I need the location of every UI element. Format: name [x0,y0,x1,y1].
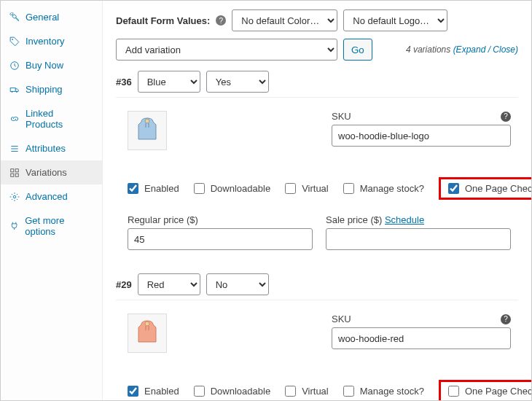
downloadable-checkbox[interactable]: Downloadable [191,181,270,196]
sku-label: SKU [332,314,351,324]
sidebar-label: Inventory [26,36,64,47]
hoodie-icon [133,319,162,348]
sku-input[interactable] [332,327,511,349]
enabled-checkbox[interactable]: Enabled [125,181,179,196]
default-form-values-bar: Default Form Values: ? No default Color…… [116,9,518,31]
svg-point-9 [13,195,16,198]
help-icon[interactable]: ? [216,15,226,26]
help-icon[interactable]: ? [501,112,511,122]
sidebar-label: Get more options [25,215,93,237]
svg-point-10 [145,119,149,123]
sidebar-item-general[interactable]: General [1,5,102,29]
sidebar-item-buy-now[interactable]: Buy Now [1,53,102,77]
variation-image[interactable] [128,111,167,150]
link-icon [9,114,20,124]
regular-price-label: Regular price ($) [128,214,313,225]
sidebar-label: Shipping [26,84,63,95]
sidebar-item-attributes[interactable]: Attributes [1,136,102,160]
sidebar-item-linked-products[interactable]: Linked Products [1,101,102,136]
svg-rect-5 [11,168,14,171]
virtual-checkbox[interactable]: Virtual [282,384,329,399]
sidebar-item-variations[interactable]: Variations [1,160,102,184]
svg-rect-6 [15,168,18,171]
product-data-sidebar: General Inventory Buy Now Shipping Linke… [1,1,103,400]
sidebar-label: Linked Products [26,108,93,130]
plugin-icon [9,221,19,231]
manage-stock-checkbox[interactable]: Manage stock? [340,181,424,196]
svg-rect-2 [10,87,15,91]
variation-body: SKU ? Enabled Downloadable Virtual Manag… [116,300,518,400]
sidebar-label: Variations [26,167,67,178]
schedule-link[interactable]: Schedule [385,214,424,225]
clock-icon [9,61,20,71]
hoodie-icon [133,116,162,145]
variation-attr-logo-select[interactable]: Yes [206,71,269,93]
variation-attr-color-select[interactable]: Red [138,273,200,295]
variation-checkbox-row: Enabled Downloadable Virtual Manage stoc… [125,380,511,400]
variation-id: #36 [116,77,132,87]
enabled-checkbox[interactable]: Enabled [125,384,179,399]
svg-rect-7 [11,174,14,176]
variation-attr-color-select[interactable]: Blue [138,71,200,93]
manage-stock-checkbox[interactable]: Manage stock? [340,384,424,399]
svg-point-11 [145,322,149,326]
variation-attr-logo-select[interactable]: No [206,273,269,295]
add-variation-row: Add variation Go 4 variations (Expand / … [116,39,518,61]
sidebar-item-get-more-options[interactable]: Get more options [1,209,102,244]
sidebar-item-inventory[interactable]: Inventory [1,29,102,53]
sidebar-item-shipping[interactable]: Shipping [1,77,102,101]
svg-point-4 [16,91,17,93]
one-page-checkout-checkbox[interactable]: One Page Checkout: [445,181,531,196]
default-logo-select[interactable]: No default Logo… [343,9,447,31]
variation-header[interactable]: #36 Blue Yes [116,71,518,93]
sku-label: SKU [332,111,351,122]
grid-icon [9,168,20,178]
variation-count-info: 4 variations (Expand / Close) [406,44,518,55]
sidebar-item-advanced[interactable]: Advanced [1,184,102,209]
svg-rect-8 [15,174,18,176]
virtual-checkbox[interactable]: Virtual [282,181,329,196]
gear-icon [9,192,20,202]
default-color-select[interactable]: No default Color… [232,9,337,31]
sidebar-label: Advanced [26,191,68,202]
go-button[interactable]: Go [343,39,372,61]
sidebar-label: Buy Now [26,60,63,71]
variation-image[interactable] [128,314,167,353]
variation-checkbox-row: Enabled Downloadable Virtual Manage stoc… [125,177,511,200]
svg-point-3 [12,91,13,93]
list-icon [9,144,20,154]
variation-header[interactable]: #29 Red No [116,273,518,295]
one-page-checkout-highlight: One Page Checkout: [439,177,531,200]
help-icon[interactable]: ? [501,314,511,324]
sale-price-input[interactable] [326,228,511,250]
regular-price-input[interactable] [128,228,313,250]
one-page-checkout-checkbox[interactable]: One Page Checkout: [445,384,531,399]
expand-close-link[interactable]: (Expand / Close) [453,44,518,55]
add-variation-select[interactable]: Add variation [116,39,337,61]
svg-point-0 [12,39,13,40]
tag-icon [9,36,20,47]
default-form-values-label: Default Form Values: [116,15,210,26]
variation-id: #29 [116,279,132,290]
sale-price-label: Sale price ($) Schedule [326,214,511,225]
main-panel: Default Form Values: ? No default Color…… [103,1,531,400]
sidebar-label: Attributes [26,143,66,154]
truck-icon [9,85,20,95]
one-page-checkout-highlight: One Page Checkout: [439,380,531,400]
sidebar-label: General [26,12,59,23]
sku-input[interactable] [332,125,511,147]
variation-body: SKU ? Enabled Downloadable Virtual Manag… [116,97,518,263]
downloadable-checkbox[interactable]: Downloadable [191,384,270,399]
wrench-icon [9,12,20,23]
